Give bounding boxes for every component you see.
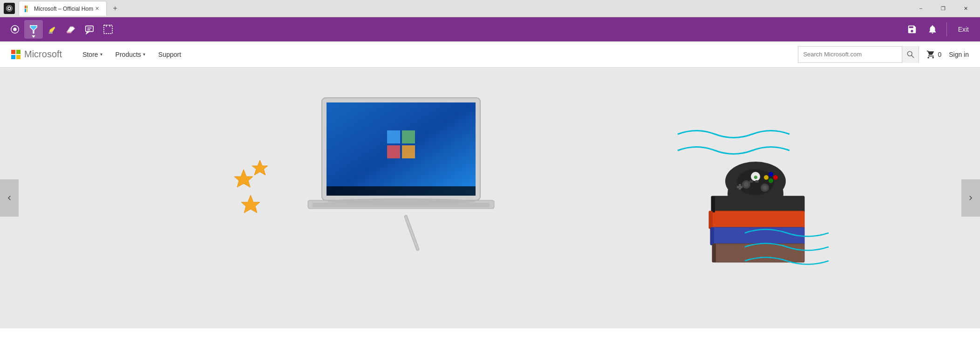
carousel-left-arrow[interactable] [0, 179, 19, 217]
search-button[interactable] [902, 46, 919, 63]
browser-icon [4, 3, 15, 14]
svg-rect-6 [67, 32, 71, 34]
cart-count: 0 [938, 51, 941, 58]
store-nav-link[interactable]: Store ▾ [77, 47, 108, 62]
tab-close-btn[interactable]: ✕ [93, 5, 101, 13]
toolbar-right: Exit [904, 21, 974, 38]
new-tab-button[interactable]: + [109, 2, 122, 15]
svg-rect-22 [402, 145, 415, 158]
svg-rect-19 [387, 130, 400, 143]
svg-rect-35 [712, 244, 716, 262]
toolbar-divider [946, 22, 947, 36]
hero-section: ⊕ [0, 68, 980, 328]
svg-marker-8 [87, 32, 89, 34]
products-nav-link[interactable]: Products ▾ [110, 47, 151, 62]
logo-green [16, 50, 20, 54]
nav-links: Store ▾ Products ▾ Support [77, 47, 187, 62]
svg-point-49 [773, 175, 778, 180]
window-controls: − ❐ ✕ [910, 1, 976, 16]
svg-rect-32 [711, 196, 715, 212]
svg-point-26 [327, 198, 476, 204]
svg-point-50 [769, 172, 773, 177]
search-box [798, 46, 919, 63]
ms-logo-grid [11, 50, 20, 59]
tab-title: Microsoft – Official Hom [34, 6, 93, 12]
svg-rect-11 [104, 25, 112, 34]
eraser-tool-button[interactable] [61, 20, 80, 39]
support-nav-link[interactable]: Support [153, 47, 187, 62]
svg-marker-3 [49, 27, 55, 33]
svg-text:⊕: ⊕ [754, 175, 757, 180]
clip-tool-button[interactable] [99, 20, 117, 39]
svg-rect-33 [709, 211, 713, 229]
tab-favicon [25, 6, 31, 12]
search-input[interactable] [798, 47, 902, 62]
save-button[interactable] [904, 21, 920, 38]
microsoft-logo[interactable]: Microsoft [11, 49, 62, 60]
maximize-button[interactable]: ❐ [932, 1, 954, 16]
pen-tool-button[interactable] [24, 20, 43, 39]
svg-rect-53 [755, 180, 759, 183]
notification-button[interactable] [924, 21, 941, 38]
hero-content: ⊕ [0, 68, 980, 328]
browser-chrome: Microsoft – Official Hom ✕ + − ❐ ✕ [0, 0, 980, 17]
sign-in-button[interactable]: Sign in [949, 51, 969, 58]
logo-red [11, 50, 15, 54]
svg-marker-2 [30, 26, 37, 34]
cart-button[interactable]: 0 [926, 50, 941, 59]
carousel-right-arrow[interactable] [961, 179, 980, 217]
svg-line-15 [912, 55, 914, 57]
annotation-toolbar: Exit [0, 17, 980, 41]
svg-point-14 [907, 51, 912, 56]
tab-bar: Microsoft – Official Hom ✕ + − ❐ ✕ [0, 0, 980, 17]
minimize-button[interactable]: − [910, 1, 932, 16]
touch-tool-button[interactable] [6, 20, 24, 39]
laptop-illustration [294, 88, 527, 321]
logo-blue [11, 55, 15, 59]
products-chevron-icon: ▾ [143, 52, 145, 57]
svg-rect-23 [327, 186, 476, 196]
svg-rect-47 [739, 184, 741, 190]
svg-marker-5 [67, 27, 75, 32]
close-button[interactable]: ✕ [955, 1, 976, 16]
svg-rect-27 [404, 215, 420, 251]
annotation-stars [216, 151, 290, 235]
exit-button[interactable]: Exit [953, 23, 974, 36]
logo-yellow [16, 55, 20, 59]
svg-rect-7 [86, 26, 94, 32]
svg-rect-4 [49, 32, 53, 34]
highlighter-tool-button[interactable] [43, 20, 61, 39]
svg-point-48 [769, 178, 773, 183]
svg-rect-34 [710, 227, 714, 245]
svg-rect-20 [402, 130, 415, 143]
svg-rect-21 [387, 145, 400, 158]
svg-point-43 [744, 182, 749, 187]
annotation-waves-books [740, 219, 843, 275]
store-chevron-icon: ▾ [100, 52, 102, 57]
active-tab[interactable]: Microsoft – Official Hom ✕ [19, 1, 107, 16]
svg-rect-18 [327, 102, 476, 196]
svg-point-45 [762, 185, 767, 190]
logo-text: Microsoft [24, 49, 62, 60]
svg-point-51 [764, 175, 769, 180]
nav-right: 0 Sign in [798, 46, 969, 63]
svg-point-1 [14, 28, 16, 31]
navbar: Microsoft Store ▾ Products ▾ Support [0, 41, 980, 68]
comment-tool-button[interactable] [80, 20, 99, 39]
svg-rect-52 [749, 180, 753, 183]
